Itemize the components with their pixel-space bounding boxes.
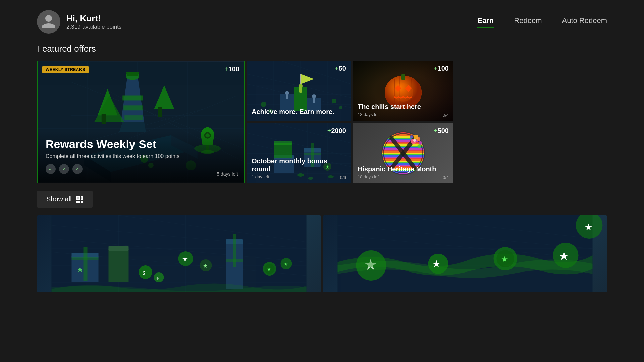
october-card-points: +2000 (327, 127, 346, 135)
achieve-card-points: +50 (335, 65, 346, 72)
svg-rect-112 (381, 159, 425, 161)
svg-text:★: ★ (203, 263, 208, 269)
chills-card-days-left: 18 days left (358, 112, 449, 117)
svg-point-57 (332, 99, 336, 103)
chills-card-content: The chills start here 18 days left (353, 99, 453, 121)
svg-point-153 (139, 265, 152, 279)
svg-rect-52 (299, 87, 302, 93)
svg-rect-73 (274, 141, 292, 145)
points-number: 50 (339, 65, 346, 72)
weekly-streaks-badge: WEEKLY STREAKS (42, 66, 89, 73)
heritage-card-content: Hispanic Heritage Month 18 days left (353, 162, 453, 183)
svg-text:★: ★ (501, 255, 508, 264)
october-card[interactable]: ★ ★ +2000 October monthly bonus round 1 … (247, 123, 351, 183)
user-icon (40, 13, 57, 30)
svg-point-127 (419, 141, 422, 145)
svg-point-126 (414, 135, 418, 139)
svg-rect-164 (233, 234, 236, 267)
heritage-card-title: Hispanic Heritage Month (358, 165, 449, 173)
tab-auto-redeem[interactable]: Auto Redeem (562, 16, 607, 27)
bottom-left-card[interactable]: ★ $ $ ★ ★ ★ ★ (37, 215, 321, 292)
main-card-description: Complete all three activities this week … (46, 153, 236, 159)
bottom-left-art: ★ $ $ ★ ★ ★ ★ (37, 215, 321, 292)
svg-rect-94 (381, 134, 425, 136)
svg-text:★: ★ (182, 255, 188, 263)
svg-text:★: ★ (432, 259, 440, 269)
main-card-days-left: 5 days left (217, 171, 238, 177)
points-number: 2000 (331, 127, 346, 134)
svg-rect-104 (381, 148, 425, 150)
svg-text:★: ★ (559, 251, 569, 262)
svg-point-155 (154, 272, 164, 282)
october-card-progress: 0/6 (340, 175, 346, 180)
svg-text:★: ★ (284, 261, 288, 267)
heritage-card-progress: 0/4 (443, 175, 449, 180)
svg-rect-151 (109, 249, 129, 282)
main-card-title: Rewards Weekly Set (46, 138, 236, 150)
heritage-card[interactable]: +500 Hispanic Heritage Month 18 days lef… (353, 123, 453, 183)
svg-rect-110 (381, 157, 425, 158)
svg-rect-111 (381, 158, 425, 159)
points-number: 100 (438, 65, 449, 72)
svg-point-130 (413, 139, 416, 142)
chills-card-progress: 0/4 (443, 113, 449, 118)
check-3: ✓ (72, 164, 83, 174)
heritage-card-points: +500 (434, 127, 449, 135)
svg-text:★: ★ (584, 222, 593, 232)
svg-rect-148 (84, 247, 88, 281)
points-number: 500 (438, 127, 449, 134)
bottom-right-card[interactable]: ★ ★ ★ ★ ★ (323, 215, 607, 292)
svg-rect-152 (109, 246, 129, 251)
svg-point-129 (417, 144, 421, 148)
chills-card[interactable]: +100 The chills start here 18 days left … (353, 61, 453, 121)
bottom-right-art: ★ ★ ★ ★ ★ (323, 215, 607, 292)
tab-redeem[interactable]: Redeem (514, 16, 542, 27)
achieve-card[interactable]: +50 Achieve more. Earn more. (247, 61, 351, 121)
show-all-button[interactable]: Show all (37, 191, 93, 208)
header: Hi, Kurt! 2,319 available points Earn Re… (0, 0, 644, 40)
achieve-card-content: Achieve more. Earn more. (247, 104, 351, 121)
chills-card-title: The chills start here (358, 103, 449, 111)
tab-earn[interactable]: Earn (477, 16, 494, 27)
featured-grid: WEEKLY STREAKS +100 Rewards Weekly Set C… (0, 61, 644, 183)
svg-rect-99 (381, 142, 425, 143)
plus-sign: + (335, 65, 339, 72)
nav-tabs: Earn Redeem Auto Redeem (477, 16, 607, 27)
available-points: 2,319 available points (66, 24, 121, 31)
svg-text:$: $ (157, 276, 159, 280)
svg-rect-14 (122, 96, 143, 101)
svg-rect-100 (381, 143, 425, 144)
svg-text:★: ★ (77, 265, 84, 274)
checkmarks: ✓ ✓ ✓ (46, 164, 236, 174)
svg-text:★: ★ (267, 266, 271, 272)
check-2: ✓ (59, 164, 69, 174)
october-card-content: October monthly bonus round 1 day left (247, 154, 351, 183)
main-card-content: Rewards Weekly Set Complete all three ac… (38, 131, 244, 183)
svg-rect-50 (286, 94, 288, 99)
svg-point-128 (410, 135, 413, 139)
points-number: 100 (228, 65, 239, 73)
heritage-card-days-left: 18 days left (358, 174, 449, 179)
main-offer-card[interactable]: WEEKLY STREAKS +100 Rewards Weekly Set C… (37, 61, 245, 183)
bottom-cards-row: ★ $ $ ★ ★ ★ ★ (0, 215, 644, 292)
svg-rect-54 (313, 98, 315, 103)
check-1: ✓ (46, 164, 56, 174)
avatar (37, 10, 60, 34)
achieve-card-title: Achieve more. Earn more. (252, 108, 346, 116)
plus-sign: + (434, 127, 438, 134)
svg-rect-149 (72, 257, 99, 260)
user-info: Hi, Kurt! 2,319 available points (37, 10, 121, 34)
svg-rect-16 (124, 115, 143, 120)
svg-marker-13 (119, 122, 146, 132)
plus-sign: + (224, 65, 228, 73)
user-text: Hi, Kurt! 2,319 available points (66, 13, 121, 31)
greeting: Hi, Kurt! (66, 13, 121, 24)
grid-view-icon (76, 196, 83, 203)
svg-text:$: $ (143, 270, 145, 276)
october-card-title: October monthly bonus round (252, 157, 346, 173)
svg-marker-18 (126, 72, 139, 76)
svg-rect-22 (102, 114, 106, 124)
october-card-days-left: 1 day left (252, 174, 346, 179)
featured-section-title: Featured offers (0, 40, 644, 61)
plus-sign: + (327, 127, 331, 134)
